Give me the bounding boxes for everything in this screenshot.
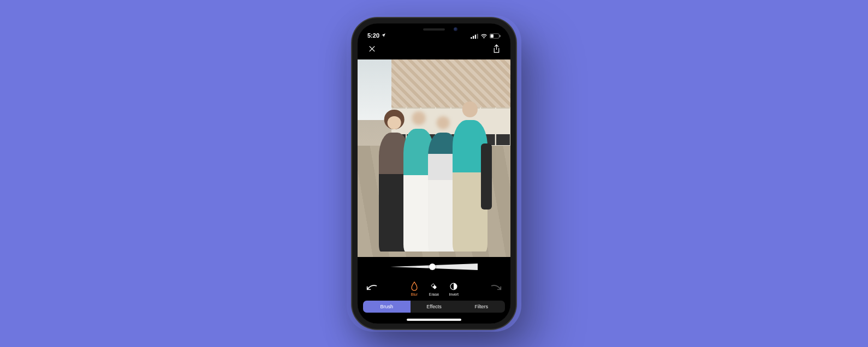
share-button[interactable] [490,43,503,56]
home-indicator[interactable] [358,316,510,324]
blur-slider-row [358,257,510,277]
tab-label: Brush [381,304,394,309]
slider-thumb[interactable] [429,264,436,270]
svg-rect-2 [475,34,476,39]
editor-header [358,40,510,59]
wifi-icon [480,34,487,39]
invert-icon [449,282,459,291]
tool-invert[interactable]: Invert [449,282,459,296]
close-icon [368,45,376,55]
tab-effects[interactable]: Effects [411,301,458,313]
status-left: 5:20 [367,32,386,39]
front-camera [454,27,457,31]
speaker-grille [423,28,445,31]
tool-row: Blur Erase [358,277,510,301]
bottom-tabs-row: Brush Effects Filters [358,301,510,316]
svg-rect-0 [471,37,472,39]
photo-canvas-area[interactable] [358,59,510,257]
svg-rect-3 [477,34,478,39]
blur-drop-icon [409,282,419,291]
tool-label: Blur [411,292,418,296]
tab-brush[interactable]: Brush [363,301,411,313]
cellular-signal-icon [471,34,478,39]
redo-button[interactable] [490,284,503,294]
tab-filters[interactable]: Filters [457,301,505,313]
tools-center: Blur Erase [409,282,459,296]
eraser-icon [429,282,439,291]
tab-label: Filters [474,304,488,309]
mode-tabs: Brush Effects Filters [363,301,505,313]
svg-rect-6 [491,34,494,38]
photo-person-4 [453,120,487,252]
status-right [471,33,501,39]
status-time: 5:20 [367,32,379,39]
svg-rect-7 [500,35,501,37]
share-icon [492,44,501,56]
undo-arrow-icon [366,284,377,294]
photo-content [358,59,510,257]
tool-label: Invert [449,292,459,296]
app-screen: 5:20 [358,23,510,324]
blur-intensity-slider[interactable] [390,263,478,271]
home-indicator-bar [407,319,461,321]
location-arrow-icon [381,32,386,39]
battery-icon [490,33,501,39]
redo-arrow-icon [491,284,502,294]
close-button[interactable] [365,43,378,56]
undo-button[interactable] [365,284,378,294]
iphone-device-frame: 5:20 [352,18,516,329]
tool-erase[interactable]: Erase [429,282,439,296]
svg-point-4 [484,38,484,38]
device-notch [393,23,475,35]
svg-rect-1 [473,35,474,38]
tool-blur[interactable]: Blur [409,282,419,296]
tool-label: Erase [429,292,439,296]
tab-label: Effects [426,304,441,309]
